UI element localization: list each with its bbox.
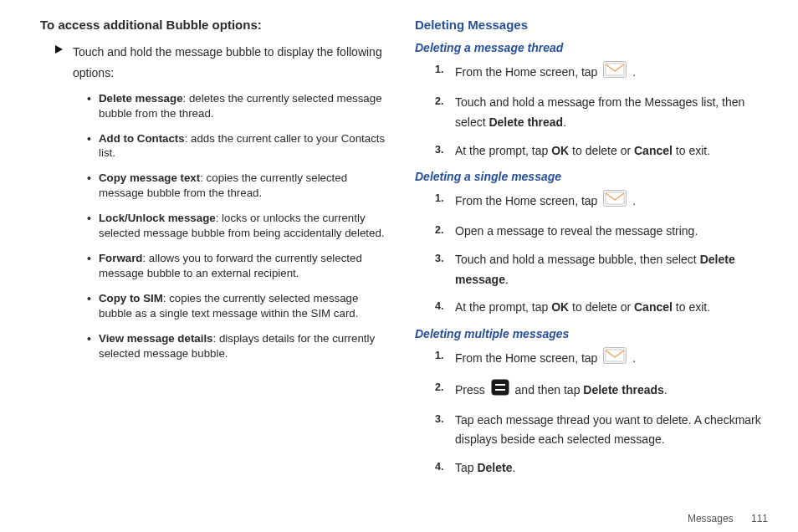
text: and then tap [515,383,584,396]
list-item: Delete message: deletes the currently se… [87,91,393,121]
options-list: Delete message: deletes the currently se… [40,91,393,361]
text: . [505,273,509,286]
messages-icon [603,61,627,84]
text: At the prompt, tap [455,300,551,314]
step: Touch and hold a message from the Messag… [435,93,768,133]
footer-page-number: 111 [751,513,768,524]
bold-text: Cancel [634,300,673,314]
page-footer: Messages 111 [688,512,768,525]
list-item: Forward: allows you to forward the curre… [87,251,393,281]
step: Tap each message thread you want to dele… [435,411,768,451]
left-column: To access additional Bubble options: Tou… [40,17,393,522]
svg-rect-8 [495,389,505,391]
list-item: Copy message text: copies the currently … [87,171,393,201]
subhead-thread: Deleting a message thread [415,40,768,56]
text: From the Home screen, tap [455,351,601,365]
intro-text: Touch and hold the message bubble to dis… [73,42,393,84]
step: From the Home screen, tap . [435,61,768,84]
step: Open a message to reveal the message str… [435,222,768,242]
step: Touch and hold a message bubble, then se… [435,250,768,290]
step: Press and then tap Delete threads. [435,379,768,402]
term: Copy to SIM [99,292,163,304]
bold-text: Delete [477,461,512,474]
step: At the prompt, tap OK to delete or Cance… [435,298,768,318]
term: View message details [99,332,213,345]
text: From the Home screen, tap [455,194,601,207]
list-item: Add to Contacts: adds the current caller… [87,131,393,161]
text: . [513,461,516,474]
text: to exit. [673,144,710,157]
subhead-single: Deleting a single message [415,169,768,185]
term: Copy message text [99,171,200,184]
play-triangle-icon [55,45,63,54]
messages-icon [603,347,627,371]
list-item: Copy to SIM: copies the currently select… [87,291,393,321]
term: Forward [99,252,142,264]
svg-rect-3 [606,192,624,204]
text: At the prompt, tap [455,144,551,157]
list-item: Lock/Unlock message: locks or unlocks th… [87,211,393,241]
text: Press [455,383,489,396]
text: . [632,65,636,79]
bold-text: Cancel [634,144,673,157]
svg-rect-7 [495,384,505,386]
text: Touch and hold a message bubble, then se… [455,253,700,266]
text: . [664,383,668,396]
text: From the Home screen, tap [455,65,601,79]
messages-icon [603,190,627,213]
footer-section: Messages [688,513,734,524]
text: . [632,194,636,207]
term: Delete message [99,92,183,105]
svg-rect-1 [606,64,624,75]
steps-multiple: From the Home screen, tap . Press and th… [415,347,768,478]
list-item: View message details: displays details f… [87,331,393,361]
bold-text: OK [551,144,569,157]
menu-icon [491,379,509,402]
left-heading: To access additional Bubble options: [40,17,393,33]
bold-text: OK [551,300,569,314]
manual-page: To access additional Bubble options: Tou… [0,0,798,532]
bold-text: Delete threads [583,383,663,396]
subhead-multiple: Deleting multiple messages [415,326,768,342]
procedure-intro: Touch and hold the message bubble to dis… [40,42,393,84]
svg-rect-5 [606,350,624,361]
text: to delete or [569,300,634,314]
steps-thread: From the Home screen, tap . Touch and ho… [415,61,768,161]
right-column: Deleting Messages Deleting a message thr… [415,17,768,522]
text: . [563,115,566,129]
text: to delete or [569,144,634,157]
bold-text: Delete thread [489,115,563,129]
step: Tap Delete. [435,458,768,478]
steps-single: From the Home screen, tap . Open a messa… [415,190,768,318]
text: . [632,351,636,365]
step: At the prompt, tap OK to delete or Cance… [435,141,768,161]
step: From the Home screen, tap . [435,190,768,213]
text: Tap [455,461,477,474]
step: From the Home screen, tap . [435,347,768,371]
svg-rect-6 [491,379,509,395]
term: Lock/Unlock message [99,212,216,224]
right-heading: Deleting Messages [415,17,768,33]
text: to exit. [673,300,710,314]
term: Add to Contacts [99,132,185,145]
